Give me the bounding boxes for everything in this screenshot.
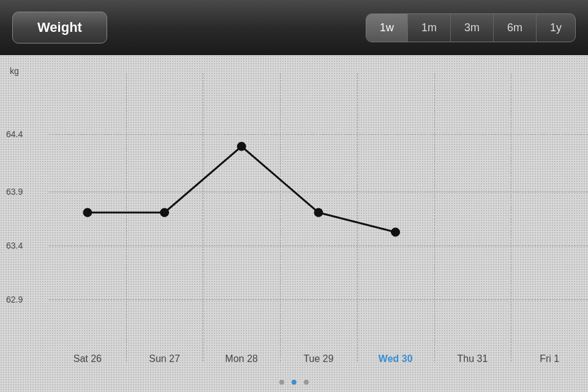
header: Weight 1w 1m 3m 6m 1y xyxy=(0,0,588,55)
y-label-639: 63.9 xyxy=(6,187,23,197)
page-dot-3[interactable] xyxy=(304,380,309,385)
x-label-sun27: Sun 27 xyxy=(149,353,180,364)
data-point-tue29[interactable] xyxy=(314,208,323,217)
chart-svg xyxy=(49,55,588,355)
data-point-mon28[interactable] xyxy=(237,142,246,151)
filter-6m-button[interactable]: 6m xyxy=(494,14,537,42)
x-label-thu31: Thu 31 xyxy=(458,353,488,364)
data-point-sat26[interactable] xyxy=(83,208,92,217)
y-label-634: 63.4 xyxy=(6,241,23,251)
page-dot-1[interactable] xyxy=(279,380,284,385)
y-axis-unit: kg xyxy=(10,66,19,76)
filter-1w-button[interactable]: 1w xyxy=(366,14,408,42)
x-label-wed30: Wed 30 xyxy=(379,353,413,364)
chart-line xyxy=(88,146,396,232)
x-label-sat26: Sat 26 xyxy=(74,353,102,364)
filter-1y-button[interactable]: 1y xyxy=(537,14,575,42)
y-label-629: 62.9 xyxy=(6,295,23,304)
page-dot-2[interactable] xyxy=(292,380,296,385)
time-filter-group: 1w 1m 3m 6m 1y xyxy=(366,13,576,42)
x-label-mon28: Mon 28 xyxy=(225,353,258,364)
x-label-fri1: Fri 1 xyxy=(540,353,559,364)
data-point-wed30[interactable] xyxy=(391,228,400,236)
filter-3m-button[interactable]: 3m xyxy=(451,14,494,42)
weight-title-button[interactable]: Weight xyxy=(12,12,107,43)
data-point-sun27[interactable] xyxy=(160,208,169,217)
x-label-tue29: Tue 29 xyxy=(303,353,333,364)
y-label-644: 64.4 xyxy=(6,129,23,139)
chart-area: kg 64.4 63.9 63.4 62.9 Sat 26 Sun 27 Mon… xyxy=(0,55,588,392)
filter-1m-button[interactable]: 1m xyxy=(408,14,451,42)
